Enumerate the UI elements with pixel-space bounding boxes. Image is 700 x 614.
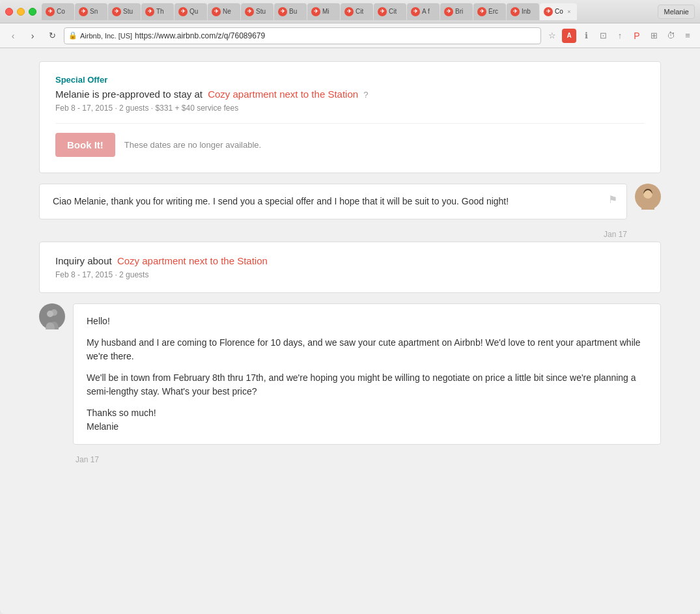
close-button[interactable] <box>5 8 13 16</box>
tab-stu1[interactable]: ✈ Stu <box>108 3 141 20</box>
airbnb-search-icon[interactable]: A <box>562 29 576 43</box>
tab-co-active[interactable]: ✈ Co × <box>540 3 577 20</box>
tab-erc[interactable]: ✈ Érc <box>473 3 506 20</box>
tab-favicon: ✈ <box>145 7 154 16</box>
tab-bu[interactable]: ✈ Bu <box>274 3 307 20</box>
tab-ne[interactable]: ✈ Ne <box>208 3 240 20</box>
host-message-bubble-area: Ciao Melanie, thank you for writing me. … <box>39 184 627 239</box>
special-offer-card: Special Offer Melanie is pre-approved to… <box>39 61 661 173</box>
host-message-text: Ciao Melanie, thank you for writing me. … <box>53 195 613 208</box>
guest-message-p2: My husband and I are coming to Florence … <box>87 336 647 363</box>
pre-approved-text: Melanie is pre-approved to stay at Cozy … <box>55 89 645 100</box>
refresh-button[interactable]: ↻ <box>44 28 60 44</box>
tab-favicon: ✈ <box>278 7 287 16</box>
guest-avatar-image <box>39 303 65 329</box>
guest-message-p3: We'll be in town from February 8th thru … <box>87 371 647 398</box>
url-company: Airbnb, Inc. [US] <box>80 32 132 40</box>
tab-favicon: ✈ <box>411 7 420 16</box>
tab-stu2[interactable]: ✈ Stu <box>241 3 273 20</box>
tab-favicon: ✈ <box>544 7 553 16</box>
tab-favicon: ✈ <box>178 7 188 16</box>
special-offer-label: Special Offer <box>55 75 645 85</box>
inquiry-details: Feb 8 - 17, 2015 · 2 guests <box>55 270 645 279</box>
host-message-card: Ciao Melanie, thank you for writing me. … <box>39 184 627 219</box>
tab-favicon: ✈ <box>212 7 221 16</box>
minimize-button[interactable] <box>17 8 25 16</box>
tab-favicon: ✈ <box>477 7 486 16</box>
guest-avatar <box>39 303 65 332</box>
tab-favicon: ✈ <box>344 7 354 16</box>
user-label: Melanie <box>664 8 689 16</box>
svg-point-4 <box>47 311 53 317</box>
tab-favicon: ✈ <box>311 7 320 16</box>
tab-favicon: ✈ <box>245 7 254 16</box>
host-message-date: Jan 17 <box>39 230 627 239</box>
flag-button[interactable]: ⚑ <box>608 193 617 206</box>
tab-af[interactable]: ✈ A f <box>407 3 440 20</box>
bookmark-icon[interactable]: ☆ <box>545 29 559 43</box>
back-button[interactable]: ‹ <box>5 28 21 44</box>
guest-message-date: Jan 17 <box>73 455 661 464</box>
tab-favicon: ✈ <box>46 7 55 16</box>
ssl-icon: 🔒 <box>68 31 77 40</box>
tab-favicon: ✈ <box>511 7 520 16</box>
tab-favicon: ✈ <box>378 7 387 16</box>
inquiry-title: Inquiry about Cozy apartment next to the… <box>55 255 645 266</box>
screen-icon[interactable]: ⊡ <box>596 29 610 43</box>
browser-window: ✈ Co ✈ Sn ✈ Stu ✈ Th ✈ Qu ✈ Ne <box>0 0 700 614</box>
tab-favicon: ✈ <box>79 7 88 16</box>
tab-sn[interactable]: ✈ Sn <box>75 3 107 20</box>
menu-icon[interactable]: ≡ <box>680 29 695 43</box>
url-icons: ☆ A ℹ ⊡ ↑ P ⊞ ⏱ ≡ <box>545 29 695 43</box>
tab-co1[interactable]: ✈ Co <box>42 3 74 20</box>
traffic-lights <box>5 8 36 16</box>
tab-th[interactable]: ✈ Th <box>141 3 174 20</box>
tab-mi[interactable]: ✈ Mi <box>307 3 340 20</box>
user-badge[interactable]: Melanie <box>658 5 695 19</box>
forward-button[interactable]: › <box>25 28 40 44</box>
unavailable-text: These dates are no longer available. <box>124 140 261 150</box>
book-button[interactable]: Book It! <box>55 133 115 157</box>
info-icon[interactable]: ℹ <box>579 29 593 43</box>
arrow-icon[interactable]: ↑ <box>613 29 627 43</box>
book-row: Book It! These dates are no longer avail… <box>55 123 645 160</box>
layers-icon[interactable]: ⊞ <box>647 29 661 43</box>
url-bar: ‹ › ↻ 🔒 Airbnb, Inc. [US] https://www.ai… <box>0 23 700 48</box>
tab-cit1[interactable]: ✈ Cit <box>341 3 373 20</box>
tabs-bar: ✈ Co ✈ Sn ✈ Stu ✈ Th ✈ Qu ✈ Ne <box>42 3 654 20</box>
tab-inb[interactable]: ✈ Inb <box>507 3 539 20</box>
inquiry-prefix: Inquiry about <box>55 255 112 266</box>
host-avatar <box>635 184 661 212</box>
url-text: https://www.airbnb.com/z/q/76089679 <box>135 31 537 40</box>
guest-message-p4: Thanks so much!Melanie <box>87 406 647 434</box>
pre-approved-prefix: Melanie is pre-approved to stay at <box>55 89 203 100</box>
title-bar: ✈ Co ✈ Sn ✈ Stu ✈ Th ✈ Qu ✈ Ne <box>0 0 700 23</box>
host-avatar-image <box>635 184 661 210</box>
tab-bri[interactable]: ✈ Bri <box>440 3 473 20</box>
bottom-space <box>39 467 661 493</box>
tab-favicon: ✈ <box>112 7 121 16</box>
guest-message-content: Hello! My husband and I are coming to Fl… <box>73 303 661 464</box>
host-message-row: Ciao Melanie, thank you for writing me. … <box>39 184 661 239</box>
url-field[interactable]: 🔒 Airbnb, Inc. [US] https://www.airbnb.c… <box>64 27 541 44</box>
tab-qu[interactable]: ✈ Qu <box>175 3 207 20</box>
page-content: Special Offer Melanie is pre-approved to… <box>0 48 700 614</box>
special-offer-listing-link[interactable]: Cozy apartment next to the Station <box>208 89 358 100</box>
tab-cit2[interactable]: ✈ Cit <box>374 3 406 20</box>
help-icon[interactable]: ? <box>363 90 368 100</box>
tab-close-icon[interactable]: × <box>565 8 573 16</box>
special-offer-details: Feb 8 - 17, 2015 · 2 guests · $331 + $40… <box>55 104 645 113</box>
guest-message-p1: Hello! <box>87 314 647 328</box>
tab-favicon: ✈ <box>444 7 453 16</box>
guest-message-row: Hello! My husband and I are coming to Fl… <box>39 303 661 464</box>
guest-message-card: Hello! My husband and I are coming to Fl… <box>73 303 661 445</box>
inquiry-listing-link[interactable]: Cozy apartment next to the Station <box>117 255 268 266</box>
maximize-button[interactable] <box>29 8 36 16</box>
clock-icon[interactable]: ⏱ <box>664 29 678 43</box>
inquiry-card: Inquiry about Cozy apartment next to the… <box>39 242 661 293</box>
pinterest-icon[interactable]: P <box>630 29 644 43</box>
